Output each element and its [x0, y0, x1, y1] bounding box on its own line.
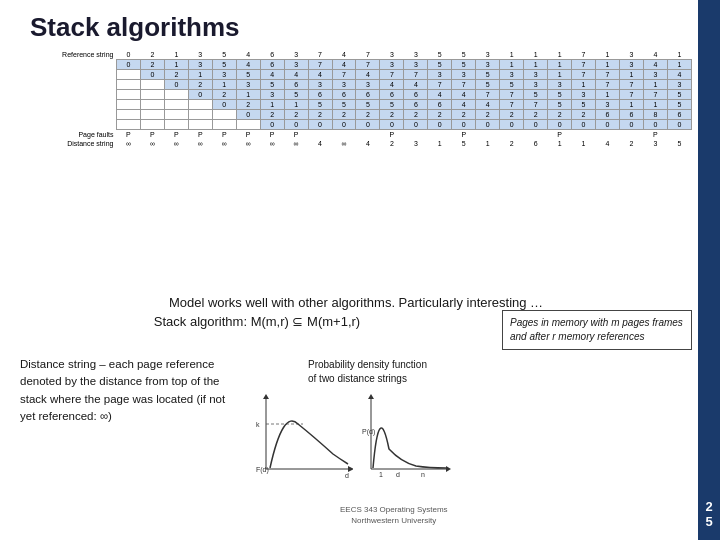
svg-marker-11	[368, 394, 374, 399]
svg-text:P(d): P(d)	[362, 428, 375, 436]
table-row: 0 2 1 3 5 6 3 3 3 4 4 7 7 5 5 3 3 1 7 7 …	[20, 80, 692, 90]
stack-text: Stack algorithm: M(m,r) ⊆ M(m+1,r)	[20, 314, 494, 329]
table-row: 0 2 2 2 2 2 2 2 2 2 2 2 2 2 2 6 6 8 6	[20, 110, 692, 120]
content-area: Model works well with other algorithms. …	[20, 295, 692, 483]
stack-table: Reference string 0 2 1 3 5 4 6 3 7 4 7 3…	[20, 50, 692, 148]
svg-text:d: d	[345, 472, 349, 479]
table-row: 0 2 1 3 5 4 6 3 7 4 7 3 3 5 5 3 1 1 1 7 …	[20, 60, 692, 70]
reference-table-area: Reference string 0 2 1 3 5 4 6 3 7 4 7 3…	[20, 50, 692, 148]
footer-line2: Northwestern University	[340, 515, 448, 526]
svg-text:F(d): F(d)	[256, 466, 269, 474]
svg-text:d: d	[396, 471, 400, 478]
table-row: 0 2 1 3 5 4 4 4 7 4 7 7 3 3 5 3 3 1 7 7 …	[20, 70, 692, 80]
page-faults-row: Page faults P P P P P P P P P P P P	[20, 130, 692, 140]
left-graph: k F(d) d	[248, 394, 353, 483]
table-row: 0 2 1 3 5 6 6 6 6 6 4 4 7 7 5 5 3 1 7 7 …	[20, 90, 692, 100]
svg-marker-3	[263, 394, 269, 399]
svg-marker-10	[446, 466, 451, 472]
right-graph: 1 d n P(d)	[361, 394, 451, 483]
callout-box: Pages in memory with m pages frames and …	[502, 310, 692, 350]
left-graph-svg: k F(d) d	[248, 394, 353, 479]
footer-line1: EECS 343 Operating Systems	[340, 504, 448, 515]
graph-area: k F(d) d	[248, 394, 692, 483]
table-row: 0 2 1 1 5 5 5 5 6 6 4 4 7 7 5 5 3 1 1 5	[20, 100, 692, 110]
svg-text:k: k	[256, 421, 260, 428]
probability-text: Probability density function of two dist…	[308, 358, 692, 386]
ref-string-label: Reference string	[20, 50, 116, 60]
ref-string-row: Reference string 0 2 1 3 5 4 6 3 7 4 7 3…	[20, 50, 692, 60]
svg-text:n: n	[421, 471, 425, 478]
footer: EECS 343 Operating Systems Northwestern …	[340, 504, 448, 526]
page-title: Stack algorithms	[30, 12, 240, 43]
table-row: 0 0 0 0 0 0 0 0 0 0 0 0 0 0 0 0 0 0	[20, 120, 692, 130]
distance-string-description: Distance string – each page reference de…	[20, 356, 240, 483]
probability-section: Probability density function of two dist…	[248, 356, 692, 483]
distance-string-row: Distance string ∞ ∞ ∞ ∞ ∞ ∞ ∞ ∞ 4 ∞ 4 2 …	[20, 139, 692, 148]
model-text: Model works well with other algorithms. …	[20, 295, 692, 310]
svg-text:1: 1	[379, 471, 383, 478]
slide-number: 2 5	[705, 499, 712, 530]
right-sidebar: 2 5	[698, 0, 720, 540]
right-graph-svg: 1 d n P(d)	[361, 394, 451, 479]
